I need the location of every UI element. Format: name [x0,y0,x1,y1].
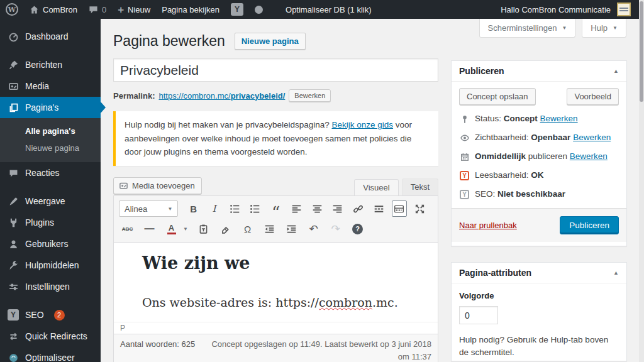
tab-visual[interactable]: Visueel [354,179,398,196]
add-new-page-button[interactable]: Nieuwe pagina [235,33,306,50]
post-title-input[interactable] [113,58,438,82]
strikethrough-button[interactable]: ABC [119,221,136,237]
align-right-button[interactable] [330,200,345,217]
sidebar-item-dashboard[interactable]: Dashboard [0,26,101,47]
chevron-down-icon: ▼ [562,25,567,31]
account-menu[interactable]: Hallo ComBron Communicatie [495,0,639,19]
content-heading: Wie zijn we [142,253,409,273]
sidebar-item-berichten[interactable]: Berichten [0,54,101,75]
page-scrollbar[interactable] [639,0,644,362]
editor-content-area[interactable]: Wie zijn we Ons website-adres is: https:… [114,243,438,322]
optimize-db-link[interactable]: Optimaliseer DB (1 klik) [280,0,377,19]
move-to-trash-link[interactable]: Naar prullenbak [459,221,517,230]
sidebar-item-instellingen[interactable]: Instellingen [0,276,101,297]
plus-icon: + [118,4,124,15]
chevron-down-icon: ▼ [613,25,618,31]
visual-editor: Alinea ▼ B I “ ABC — A ▼ [113,195,438,362]
seo-update-badge: 2 [54,310,65,321]
edit-schedule-link[interactable]: Bewerken [570,151,608,161]
comments-indicator[interactable]: 0 [83,0,112,19]
sidebar-item-media[interactable]: Media [0,75,101,97]
paste-as-text-button[interactable] [195,221,212,237]
edit-status-link[interactable]: Bewerken [540,114,578,123]
help-button[interactable]: ? [349,221,366,237]
sidebar-item-quick-redirects[interactable]: Quick Redirects [0,326,101,347]
save-draft-button[interactable]: Concept opslaan [459,88,536,105]
undo-button[interactable]: ↶ [305,221,322,237]
indent-button[interactable] [283,221,300,237]
preview-button[interactable]: Voorbeeld [567,88,619,105]
site-menu[interactable]: ComBron [24,0,83,19]
attributes-help-text: Hulp nodig? Gebruik de Hulp-tab boven de… [459,334,619,359]
media-icon [7,81,19,92]
text-color-button[interactable]: A [163,221,180,237]
calendar-icon [459,151,470,162]
element-path[interactable]: P [120,324,125,332]
submenu-alle-paginas[interactable]: Alle pagina's [0,123,101,140]
sidebar-item-optimaliseer[interactable]: Optimaliseer [0,347,101,362]
guide-link[interactable]: Bekijk onze gids [331,120,393,129]
visibility-row: Zichtbaarheid: Openbaar Bewerken [459,133,619,143]
special-character-button[interactable]: Ω [239,221,256,237]
pushpin-icon [7,60,19,70]
edit-visibility-link[interactable]: Bewerken [573,133,611,142]
element-path-bar: P [114,322,438,334]
sidebar-item-reacties[interactable]: Reacties [0,162,101,184]
fullscreen-button[interactable] [412,200,428,217]
page-title: Pagina bewerken [113,33,225,50]
align-left-button[interactable] [289,200,304,217]
yoast-admin-menu[interactable]: Y [225,0,249,19]
collapse-toggle-icon[interactable]: ▲ [613,68,619,74]
bold-button[interactable]: B [186,200,201,217]
tab-text[interactable]: Tekst [402,178,438,195]
italic-button[interactable]: I [206,200,222,217]
schedule-row: Onmiddellijk publiceren Bewerken [459,151,619,162]
sidebar-item-paginas[interactable]: Pagina's [0,97,101,118]
pin-icon [459,114,470,124]
publish-button[interactable]: Publiceren [560,216,619,234]
publish-box-header[interactable]: Publiceren ▲ [452,61,626,82]
redo-button[interactable]: ↷ [327,221,344,237]
word-count: Aantal woorden: 625 [120,338,201,359]
new-label: Nieuw [128,5,150,14]
horizontal-rule-button[interactable]: — [141,221,158,237]
sliders-icon [7,282,19,292]
status-row: Status: Concept Bewerken [459,114,619,124]
screen-options-tab[interactable]: Scherminstellingen ▼ [479,19,576,38]
comment-bubble-icon [89,5,98,14]
question-mark-icon: ? [352,224,363,234]
sidebar-item-weergave[interactable]: Weergave [0,190,101,212]
page-order-input[interactable] [459,306,498,324]
eye-icon [459,133,470,143]
yoast-icon: Y [231,3,243,16]
sidebar-item-seo[interactable]: Y SEO 2 [0,304,101,326]
bullet-list-button[interactable] [227,200,243,217]
sidebar-item-hulpmiddelen[interactable]: Hulpmiddelen [0,255,101,276]
admin-sidebar: Dashboard Berichten Media Pagina's Alle … [0,19,101,362]
add-media-button[interactable]: Media toevoegen [113,177,202,194]
clear-formatting-button[interactable] [217,221,234,237]
paragraph-format-select[interactable]: Alinea ▼ [119,200,178,217]
text-color-caret[interactable]: ▼ [181,221,190,237]
scrollbar-thumb[interactable] [640,1,643,102]
blockquote-button[interactable]: “ [268,200,284,217]
read-more-button[interactable] [371,200,387,217]
attributes-box-header[interactable]: Pagina-attributen ▲ [452,263,626,283]
save-status-text: Concept opgeslagen op 11:49. Laatst bewe… [201,338,431,359]
edit-permalink-button[interactable]: Bewerken [289,89,331,102]
toolbar-toggle-button[interactable] [392,200,408,217]
sidebar-item-plugins[interactable]: Plugins [0,212,101,233]
main-content: Scherminstellingen ▼ Hulp ▼ Pagina bewer… [101,19,639,362]
new-menu[interactable]: + Nieuw [112,0,156,19]
sidebar-item-gebruikers[interactable]: Gebruikers [0,233,101,255]
align-center-button[interactable] [309,200,325,217]
wordpress-logo-icon[interactable]: W [0,0,24,19]
permalink-url[interactable]: https://combron.mc/privacybeleid/ [158,91,285,101]
link-button[interactable] [350,200,366,217]
submenu-nieuwe-pagina[interactable]: Nieuwe pagina [0,140,101,156]
outdent-button[interactable] [261,221,278,237]
numbered-list-button[interactable] [248,200,264,217]
view-page-link[interactable]: Pagina bekijken [156,0,225,19]
collapse-toggle-icon[interactable]: ▲ [613,270,619,276]
help-tab[interactable]: Hulp ▼ [582,19,626,38]
